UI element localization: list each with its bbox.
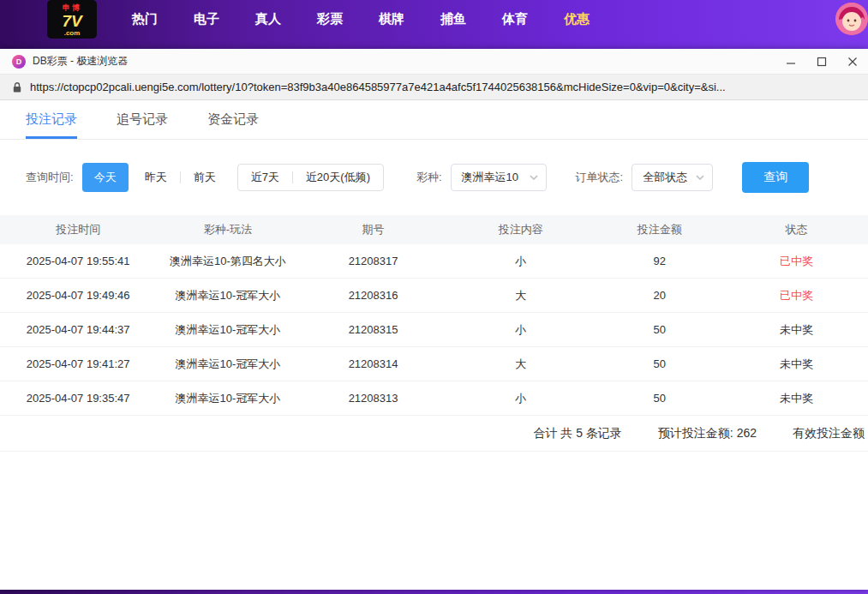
- minimize-icon: [786, 57, 796, 67]
- header-bet-content: 投注内容: [447, 222, 595, 237]
- cell-status: 已中奖: [725, 288, 868, 303]
- lottery-type-label: 彩种:: [416, 170, 442, 185]
- search-button[interactable]: 查询: [742, 162, 809, 193]
- nav-item-live[interactable]: 真人: [237, 11, 299, 27]
- cell-issue: 21208316: [299, 289, 446, 302]
- summary-expected-amount: 预计投注金额: 262: [658, 426, 757, 441]
- order-status-label: 订单状态:: [576, 170, 624, 185]
- nav-item-hot[interactable]: 热门: [114, 11, 176, 27]
- url-text[interactable]: https://ctopcp02pcali.uengi5e.com/lotter…: [30, 81, 856, 93]
- minimize-button[interactable]: [775, 49, 806, 74]
- cell-issue: 21208317: [299, 255, 446, 267]
- cell-issue: 21208313: [299, 392, 446, 405]
- quick-filter-yesterday[interactable]: 昨天: [132, 171, 181, 183]
- bet-records-table: 投注时间 彩种-玩法 期号 投注内容 投注金额 状态 2025-04-07 19…: [0, 215, 868, 452]
- cell-status: 未中奖: [725, 322, 868, 338]
- close-button[interactable]: [837, 49, 868, 74]
- cell-game-play: 澳洲幸运10-第四名大小: [156, 254, 299, 269]
- chevron-down-icon: [696, 175, 704, 180]
- cell-bet-time: 2025-04-07 19:49:46: [0, 289, 156, 302]
- cell-status: 未中奖: [725, 391, 868, 406]
- record-tabs: 投注记录 追号记录 资金记录: [0, 100, 868, 140]
- order-status-select[interactable]: 全部状态: [632, 164, 713, 191]
- chevron-down-icon: [530, 175, 538, 180]
- main-nav: 热门 电子 真人 彩票 棋牌 捕鱼 体育 优惠: [114, 11, 608, 27]
- close-icon: [847, 57, 858, 67]
- table-row: 2025-04-07 19:35:47 澳洲幸运10-冠军大小 21208313…: [0, 381, 868, 416]
- window-title: DB彩票 - 极速浏览器: [33, 54, 128, 69]
- header-issue: 期号: [299, 222, 446, 237]
- tab-bet-records[interactable]: 投注记录: [26, 100, 77, 139]
- cell-issue: 21208315: [299, 323, 446, 336]
- header-game-play: 彩种-玩法: [156, 222, 299, 237]
- nav-item-sports[interactable]: 体育: [484, 11, 546, 27]
- filter-bar: 查询时间: 今天 昨天 前天 近7天 近20天(低频) 彩种: 澳洲幸运10 订…: [26, 162, 868, 193]
- nav-item-lottery[interactable]: 彩票: [299, 11, 361, 27]
- quick-filter-20days[interactable]: 近20天(低频): [293, 171, 383, 183]
- table-row: 2025-04-07 19:55:41 澳洲幸运10-第四名大小 2120831…: [0, 244, 868, 279]
- cell-bet-content: 大: [447, 357, 595, 372]
- tab-fund-records[interactable]: 资金记录: [207, 100, 259, 139]
- avatar-face-icon: [835, 3, 868, 35]
- summary-total-count: 合计 共 5 条记录: [533, 426, 621, 441]
- lottery-type-select[interactable]: 澳洲幸运10: [451, 164, 547, 191]
- summary-valid-amount: 有效投注金额: [793, 426, 865, 441]
- header-bet-amount: 投注金额: [595, 222, 725, 237]
- nav-item-slots[interactable]: 电子: [176, 11, 237, 27]
- cell-bet-content: 大: [447, 288, 595, 303]
- cell-status: 未中奖: [725, 357, 868, 372]
- cell-game-play: 澳洲幸运10-冠军大小: [156, 391, 299, 406]
- cell-bet-time: 2025-04-07 19:44:37: [0, 323, 156, 336]
- lock-icon[interactable]: [12, 81, 22, 93]
- logo-com-text: .com: [64, 30, 81, 37]
- browser-window: D DB彩票 - 极速浏览器 http: [0, 49, 868, 590]
- cell-bet-time: 2025-04-07 19:41:27: [0, 357, 156, 370]
- logo-main-text: 7V: [62, 13, 81, 29]
- table-header-row: 投注时间 彩种-玩法 期号 投注内容 投注金额 状态: [0, 215, 868, 244]
- maximize-button[interactable]: [806, 49, 837, 74]
- logo-top-text: 申博: [63, 4, 81, 12]
- cell-bet-amount: 92: [595, 255, 725, 267]
- lottery-type-value: 澳洲幸运10: [462, 170, 518, 185]
- cell-bet-content: 小: [447, 254, 595, 269]
- table-row: 2025-04-07 19:44:37 澳洲幸运10-冠军大小 21208315…: [0, 313, 868, 347]
- header-bet-time: 投注时间: [0, 222, 156, 237]
- site-logo[interactable]: 申博 7V .com: [47, 0, 97, 39]
- cell-status: 已中奖: [725, 254, 868, 269]
- cell-bet-amount: 50: [595, 392, 725, 405]
- cell-issue: 21208314: [299, 357, 446, 370]
- cell-bet-amount: 50: [595, 357, 725, 370]
- cell-bet-time: 2025-04-07 19:35:47: [0, 392, 156, 405]
- user-avatar[interactable]: [835, 3, 868, 35]
- cell-game-play: 澳洲幸运10-冠军大小: [156, 357, 299, 372]
- window-controls: [775, 49, 868, 74]
- order-status-value: 全部状态: [643, 170, 687, 185]
- cell-game-play: 澳洲幸运10-冠军大小: [156, 322, 299, 338]
- quick-filter-today[interactable]: 今天: [82, 163, 129, 192]
- cell-bet-amount: 20: [595, 289, 725, 302]
- table-row: 2025-04-07 19:49:46 澳洲幸运10-冠军大小 21208316…: [0, 279, 868, 313]
- maximize-icon: [817, 57, 827, 67]
- header-status: 状态: [725, 222, 868, 237]
- quick-filter-range-group: 近7天 近20天(低频): [237, 164, 384, 191]
- cell-bet-time: 2025-04-07 19:55:41: [0, 255, 156, 267]
- cell-bet-content: 小: [447, 322, 595, 338]
- address-bar: https://ctopcp02pcali.uengi5e.com/lotter…: [0, 75, 868, 100]
- cell-bet-amount: 50: [595, 323, 725, 336]
- cell-game-play: 澳洲幸运10-冠军大小: [156, 288, 299, 303]
- tab-chase-records[interactable]: 追号记录: [117, 100, 168, 139]
- quick-filter-7days[interactable]: 近7天: [238, 171, 293, 183]
- lottery-page: 投注记录 追号记录 资金记录 查询时间: 今天 昨天 前天 近7天 近20天(低…: [0, 100, 868, 590]
- table-row: 2025-04-07 19:41:27 澳洲幸运10-冠军大小 21208314…: [0, 347, 868, 381]
- nav-item-fishing[interactable]: 捕鱼: [422, 11, 484, 27]
- cell-bet-content: 小: [447, 391, 595, 406]
- quick-filter-group: 昨天 前天: [132, 171, 229, 183]
- top-nav-bar: 申博 7V .com 热门 电子 真人 彩票 棋牌 捕鱼 体育 优惠: [0, 0, 868, 39]
- site-favicon-icon: D: [12, 55, 26, 69]
- browser-titlebar[interactable]: D DB彩票 - 极速浏览器: [0, 49, 868, 75]
- query-time-label: 查询时间:: [26, 170, 74, 185]
- nav-item-promo[interactable]: 优惠: [546, 11, 608, 27]
- table-summary-row: 合计 共 5 条记录 预计投注金额: 262 有效投注金额: [0, 416, 868, 452]
- nav-item-cards[interactable]: 棋牌: [361, 11, 422, 27]
- quick-filter-daybefore[interactable]: 前天: [181, 171, 229, 183]
